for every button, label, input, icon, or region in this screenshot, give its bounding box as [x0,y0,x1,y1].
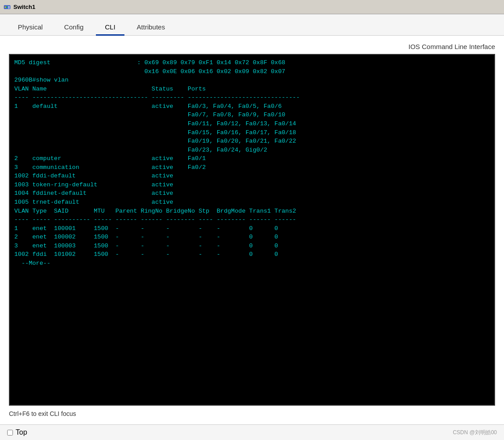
terminal-line: 0x16 0x0E 0x06 0x16 0x02 0x09 0x82 0x07 [14,67,490,76]
terminal-line: 3 enet 100003 1500 - - - - - 0 0 [14,242,490,251]
terminal-line: 2 enet 100002 1500 - - - - - 0 0 [14,233,490,242]
svg-point-1 [5,6,6,8]
top-checkbox-area: Top [7,428,27,436]
terminal-line: VLAN Name Status Ports [14,85,490,94]
content-area: IOS Command Line Interface MD5 digest : … [0,36,504,424]
title-bar: Switch1 [0,0,504,14]
terminal-line: Fa0/11, Fa0/12, Fa0/13, Fa0/14 [14,119,490,128]
main-container: Physical Config CLI Attributes IOS Comma… [0,14,504,440]
terminal-line: Fa0/7, Fa0/8, Fa0/9, Fa0/10 [14,111,490,119]
terminal-line: 3 communication active Fa0/2 [14,163,490,172]
terminal-line: --More-- [14,259,490,268]
svg-point-2 [6,6,8,8]
window-title: Switch1 [13,4,35,10]
top-label[interactable]: Top [16,428,27,436]
terminal-line: 1 default active Fa0/3, Fa0/4, Fa0/5, Fa… [14,102,490,111]
terminal-line: 2960B#show vlan [14,76,490,85]
terminal-line: MD5 digest : 0x69 0x89 0x79 0xF1 0x14 0x… [14,58,490,67]
tab-cli[interactable]: CLI [96,20,124,35]
cli-header: IOS Command Line Interface [9,40,495,54]
switch-icon [4,4,11,11]
watermark: CSDN @刘明皓00 [453,429,497,436]
terminal-line: Fa0/19, Fa0/20, Fa0/21, Fa0/22 [14,137,490,146]
terminal-line: Fa0/15, Fa0/16, Fa0/17, Fa0/18 [14,128,490,137]
svg-rect-3 [8,6,10,7]
bottom-bar: Top CSDN @刘明皓00 [0,424,504,440]
cli-terminal[interactable]: MD5 digest : 0x69 0x89 0x79 0xF1 0x14 0x… [9,54,495,406]
svg-rect-5 [8,8,10,8]
terminal-line: 1002 fddi 101002 1500 - - - - - 0 0 [14,250,490,259]
terminal-line: ---- -------------------------------- --… [14,93,490,102]
tab-attributes[interactable]: Attributes [128,20,174,35]
tab-config[interactable]: Config [55,20,92,35]
svg-rect-4 [8,7,10,8]
terminal-line: 1003 token-ring-default active [14,181,490,189]
footer-hint: Ctrl+F6 to exit CLI focus [9,406,495,420]
terminal-line: 2 computer active Fa0/1 [14,154,490,163]
tabs-bar: Physical Config CLI Attributes [0,14,504,36]
terminal-line: Fa0/23, Fa0/24, Gig0/2 [14,146,490,155]
tab-physical[interactable]: Physical [9,20,52,35]
terminal-line: 1005 trnet-default active [14,198,490,207]
terminal-line: 1 enet 100001 1500 - - - - - 0 0 [14,224,490,233]
terminal-line: VLAN Type SAID MTU Parent RingNo BridgeN… [14,207,490,216]
top-checkbox[interactable] [7,430,13,436]
terminal-line: 1002 fddi-default active [14,172,490,181]
terminal-line: 1004 fddinet-default active [14,189,490,198]
terminal-line: ---- ----- ---------- ----- ------ -----… [14,215,490,224]
